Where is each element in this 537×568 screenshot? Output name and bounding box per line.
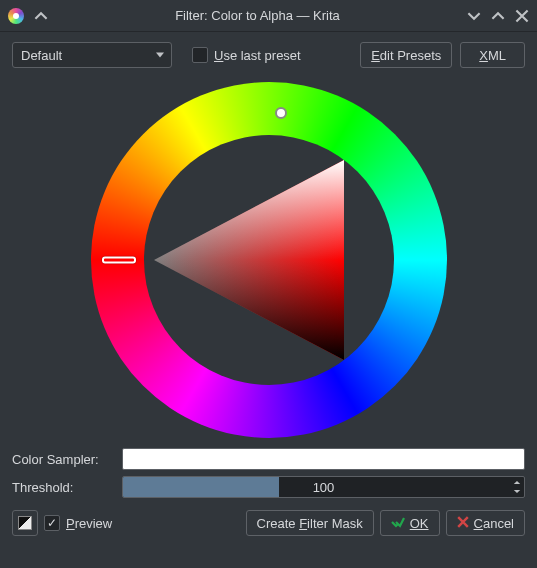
swatch-icon: [18, 516, 32, 530]
ok-check-icon: [391, 516, 405, 531]
color-sampler-input[interactable]: [122, 448, 525, 470]
dialog-buttons: Preview Create Filter Mask OK Cancel: [0, 504, 537, 548]
minimize-icon[interactable]: [467, 9, 481, 23]
preset-combo-value: Default: [21, 48, 62, 63]
preview-swatch-button[interactable]: [12, 510, 38, 536]
use-last-preset-label: Use last preset: [214, 48, 301, 63]
app-icon: [8, 8, 24, 24]
titlebar: Filter: Color to Alpha — Krita: [0, 0, 537, 32]
preview-checkbox[interactable]: [44, 515, 60, 531]
create-filter-mask-button[interactable]: Create Filter Mask: [246, 510, 374, 536]
color-sampler-label: Color Sampler:: [12, 452, 112, 467]
xml-label: XML: [479, 48, 506, 63]
hue-ring-marker[interactable]: [102, 257, 136, 264]
preset-toolbar: Default Use last preset Edit Presets XML: [0, 32, 537, 74]
xml-button[interactable]: XML: [460, 42, 525, 68]
use-last-preset-option[interactable]: Use last preset: [192, 47, 301, 63]
threshold-spinbox[interactable]: 100: [122, 476, 525, 498]
edit-presets-label: Edit Presets: [371, 48, 441, 63]
maximize-icon[interactable]: [491, 9, 505, 23]
ok-button[interactable]: OK: [380, 510, 440, 536]
edit-presets-button[interactable]: Edit Presets: [360, 42, 452, 68]
color-picker-area: [0, 74, 537, 442]
window-title: Filter: Color to Alpha — Krita: [48, 8, 467, 23]
sv-marker[interactable]: [275, 107, 287, 119]
color-sampler-row: Color Sampler:: [12, 448, 525, 470]
threshold-row: Threshold: 100: [12, 476, 525, 498]
create-filter-mask-label: Create Filter Mask: [257, 516, 363, 531]
use-last-preset-checkbox[interactable]: [192, 47, 208, 63]
preview-label: Preview: [66, 516, 112, 531]
threshold-step-down[interactable]: [511, 487, 523, 496]
sv-triangle[interactable]: [144, 135, 394, 385]
threshold-label: Threshold:: [12, 480, 112, 495]
shade-up-icon[interactable]: [34, 9, 48, 23]
threshold-step-up[interactable]: [511, 478, 523, 487]
close-icon[interactable]: [515, 9, 529, 23]
preset-combo[interactable]: Default: [12, 42, 172, 68]
cancel-button[interactable]: Cancel: [446, 510, 525, 536]
fields-area: Color Sampler: Threshold: 100: [0, 442, 537, 498]
ok-label: OK: [410, 516, 429, 531]
threshold-value: 100: [313, 480, 335, 495]
chevron-down-icon: [155, 48, 165, 63]
cancel-label: Cancel: [474, 516, 514, 531]
color-wheel[interactable]: [91, 82, 447, 438]
cancel-x-icon: [457, 516, 469, 531]
